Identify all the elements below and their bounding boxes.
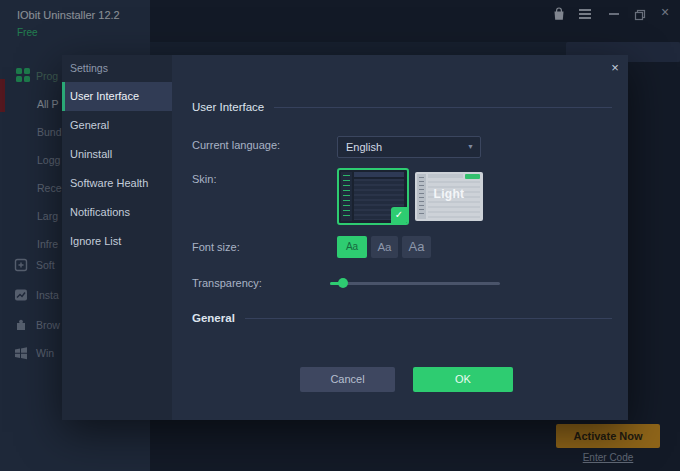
settings-nav-general[interactable]: General — [62, 111, 172, 140]
settings-nav-uninstall[interactable]: Uninstall — [62, 140, 172, 169]
settings-nav: User Interface General Uninstall Softwar… — [62, 82, 172, 256]
font-size-small-button[interactable]: Aa — [337, 236, 367, 258]
check-icon: ✓ — [391, 207, 407, 223]
font-size-label: Font size: — [192, 241, 240, 253]
ui-section-heading-text: User Interface — [192, 101, 264, 113]
dialog-title: Settings — [70, 62, 108, 74]
skin-label: Skin: — [192, 173, 216, 185]
skin-light-mini-topbar — [428, 174, 463, 178]
language-selected-value: English — [346, 137, 382, 157]
chevron-down-icon: ▼ — [467, 137, 474, 157]
dialog-close-icon[interactable]: × — [606, 59, 624, 77]
settings-nav-user-interface[interactable]: User Interface — [62, 82, 172, 111]
transparency-slider-track[interactable] — [330, 282, 500, 285]
settings-nav-ignore-list[interactable]: Ignore List — [62, 227, 172, 256]
language-select[interactable]: English ▼ — [337, 136, 481, 158]
skin-option-light[interactable]: Light — [415, 172, 483, 221]
settings-dialog: Settings × User Interface General Uninst… — [62, 55, 628, 420]
ok-button[interactable]: OK — [413, 367, 513, 392]
transparency-label: Transparency: — [192, 277, 262, 289]
ui-section-heading: User Interface — [192, 101, 612, 113]
font-size-large-button[interactable]: Aa — [402, 236, 431, 258]
heading-rule — [274, 107, 612, 108]
cancel-button[interactable]: Cancel — [300, 367, 395, 392]
skin-light-mini-button — [465, 174, 480, 179]
skin-option-dark[interactable]: ✓ — [337, 168, 409, 225]
general-section-heading-text: General — [192, 312, 235, 324]
settings-nav-software-health[interactable]: Software Health — [62, 169, 172, 198]
transparency-slider-knob[interactable] — [338, 278, 348, 288]
skin-light-caption: Light — [415, 187, 483, 201]
font-size-medium-button[interactable]: Aa — [371, 236, 398, 258]
settings-nav-notifications[interactable]: Notifications — [62, 198, 172, 227]
skin-dark-mini-sidebar — [341, 172, 352, 221]
app-window: IObit Uninstaller 12.2 Free × Prog All P… — [0, 0, 680, 471]
skin-dark-mini-topbar — [354, 172, 404, 177]
language-label: Current language: — [192, 139, 280, 151]
general-section-heading: General — [192, 312, 612, 324]
heading-rule — [245, 318, 612, 319]
